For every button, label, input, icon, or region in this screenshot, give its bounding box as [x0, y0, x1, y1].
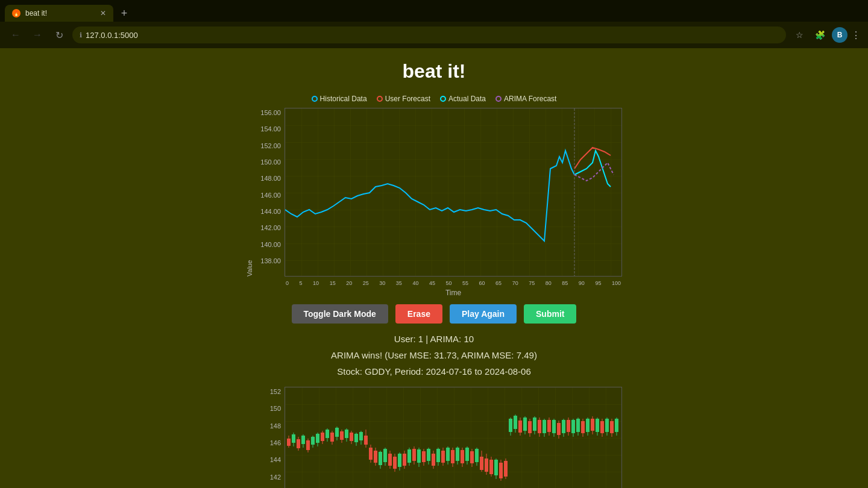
profile-button[interactable]: B	[832, 27, 848, 43]
svg-rect-11	[306, 440, 310, 450]
stats-section: User: 1 | ARIMA: 10 ARIMA wins! (User MS…	[331, 331, 537, 380]
svg-rect-109	[542, 420, 546, 433]
svg-rect-101	[523, 418, 527, 431]
svg-rect-87	[489, 460, 493, 474]
legend-dot-historical	[312, 96, 318, 102]
play-again-button[interactable]: Play Again	[450, 304, 517, 324]
svg-rect-61	[427, 449, 430, 461]
svg-rect-117	[562, 420, 565, 433]
svg-rect-13	[311, 437, 315, 445]
new-tab-button[interactable]: +	[116, 5, 133, 22]
candlestick-chart-wrapper: Price 152 150 148 146 144 142 140	[246, 387, 622, 488]
svg-rect-39	[374, 451, 377, 463]
svg-rect-31	[354, 434, 358, 442]
browser-tab[interactable]: 🔥 beat it! ✕	[5, 5, 113, 22]
svg-rect-95	[509, 419, 512, 432]
bookmark-button[interactable]: ☆	[791, 27, 808, 43]
svg-rect-57	[417, 449, 421, 463]
extension-button[interactable]: 🧩	[811, 27, 828, 43]
svg-rect-93	[504, 461, 508, 477]
legend-label-user-forecast: User Forecast	[385, 95, 430, 103]
address-bar[interactable]: ℹ 127.0.0.1:5000	[72, 27, 786, 43]
main-chart-inner: 0 5 10 15 20 25 30 35 40 45 50 55 60 65 …	[285, 108, 622, 297]
svg-rect-59	[422, 451, 426, 462]
svg-rect-51	[403, 454, 406, 466]
submit-button[interactable]: Submit	[524, 304, 576, 324]
x-axis: 0 5 10 15 20 25 30 35 40 45 50 55 60 65 …	[285, 280, 622, 286]
forward-button[interactable]: →	[29, 27, 46, 43]
svg-rect-65	[436, 449, 440, 462]
svg-rect-5	[292, 434, 295, 443]
svg-rect-27	[345, 430, 348, 438]
legend-label-actual: Actual Data	[448, 95, 486, 103]
candlestick-svg	[285, 387, 622, 488]
svg-rect-37	[369, 448, 373, 460]
svg-rect-85	[485, 458, 488, 472]
svg-rect-21	[330, 433, 334, 442]
main-chart-wrapper: Value 156.00 154.00 152.00 150.00 148.00…	[246, 108, 622, 297]
svg-rect-19	[326, 430, 329, 438]
svg-rect-107	[538, 420, 541, 433]
legend-label-historical: Historical Data	[320, 95, 367, 103]
svg-rect-111	[547, 420, 551, 432]
menu-button[interactable]: ⋮	[851, 30, 861, 41]
legend-label-arima: ARIMA Forecast	[504, 95, 556, 103]
legend-user-forecast: User Forecast	[377, 95, 430, 103]
svg-rect-15	[316, 434, 319, 443]
svg-rect-113	[552, 420, 556, 433]
svg-rect-125	[581, 421, 585, 433]
svg-rect-29	[350, 433, 353, 441]
svg-rect-77	[465, 448, 469, 461]
legend-arima: ARIMA Forecast	[495, 95, 556, 103]
legend-dot-user-forecast	[377, 96, 383, 102]
svg-rect-33	[359, 432, 363, 440]
legend-historical: Historical Data	[312, 95, 367, 103]
tab-bar: 🔥 beat it! ✕ +	[0, 0, 868, 22]
svg-rect-91	[499, 463, 503, 478]
svg-rect-45	[388, 454, 392, 466]
nav-bar: ← → ↻ ℹ 127.0.0.1:5000 ☆ 🧩 B ⋮	[0, 22, 868, 48]
svg-rect-63	[432, 454, 435, 466]
svg-rect-129	[591, 419, 594, 431]
svg-rect-1	[285, 387, 622, 488]
svg-rect-47	[393, 457, 397, 469]
svg-rect-79	[470, 451, 474, 463]
page-content: beat it! Historical Data User Forecast A…	[0, 48, 868, 488]
svg-rect-131	[596, 419, 599, 432]
svg-rect-103	[528, 421, 532, 433]
main-chart-svg[interactable]	[285, 108, 622, 277]
svg-rect-7	[297, 439, 300, 448]
svg-rect-97	[514, 416, 517, 429]
svg-rect-133	[600, 421, 604, 433]
y-axis-label: Value	[246, 108, 253, 277]
nav-actions: ☆ 🧩 B ⋮	[791, 27, 861, 43]
tab-favicon: 🔥	[12, 9, 20, 17]
legend-dot-arima	[495, 96, 502, 102]
legend-dot-actual	[440, 96, 446, 102]
url-text: 127.0.0.1:5000	[86, 31, 138, 40]
toggle-dark-mode-button[interactable]: Toggle Dark Mode	[292, 304, 388, 324]
svg-rect-105	[533, 418, 536, 431]
svg-rect-9	[301, 436, 305, 444]
svg-rect-137	[610, 421, 614, 433]
svg-rect-123	[576, 419, 580, 432]
svg-rect-53	[407, 449, 411, 463]
result-line: ARIMA wins! (User MSE: 31.73, ARIMA MSE:…	[331, 347, 537, 363]
svg-rect-35	[364, 436, 368, 445]
svg-rect-81	[475, 449, 479, 462]
svg-rect-71	[451, 450, 454, 463]
score-line: User: 1 | ARIMA: 10	[331, 331, 537, 347]
svg-rect-135	[605, 419, 609, 432]
browser-chrome: 🔥 beat it! ✕ + ← → ↻ ℹ 127.0.0.1:5000 ☆ …	[0, 0, 868, 48]
erase-button[interactable]: Erase	[395, 304, 442, 324]
back-button[interactable]: ←	[7, 27, 24, 43]
svg-rect-73	[456, 448, 459, 461]
candlestick-y-axis-label: Price	[246, 387, 253, 488]
candlestick-y-axis: 152 150 148 146 144 142 140	[253, 387, 285, 488]
svg-rect-43	[383, 449, 387, 462]
buttons-row: Toggle Dark Mode Erase Play Again Submit	[292, 304, 577, 324]
reload-button[interactable]: ↻	[51, 27, 68, 43]
svg-rect-89	[494, 460, 498, 475]
tab-close-button[interactable]: ✕	[100, 9, 106, 17]
svg-rect-3	[287, 439, 291, 446]
